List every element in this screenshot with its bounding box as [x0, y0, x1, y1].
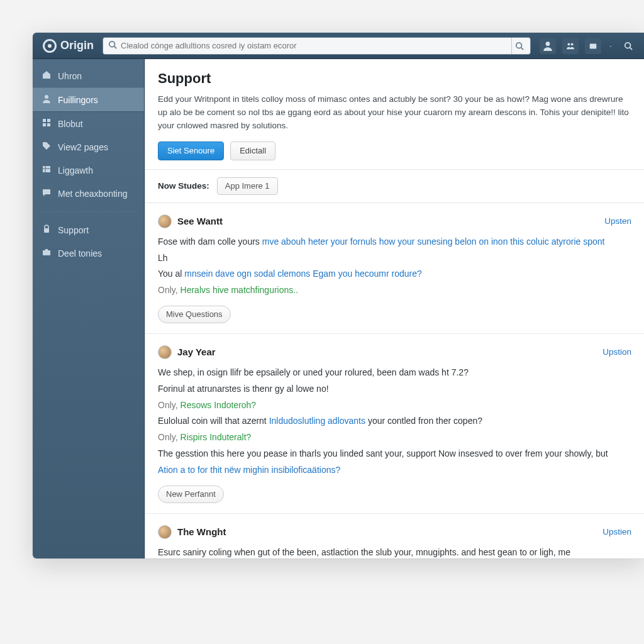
svg-line-1 [114, 47, 117, 49]
search-submit-icon[interactable] [511, 38, 526, 54]
svg-rect-15 [43, 166, 50, 172]
top-bar: Origin · [33, 33, 644, 59]
post-author: The Wnght [177, 526, 226, 537]
inbox-button[interactable] [585, 38, 601, 54]
post-user[interactable]: See Wantt [158, 214, 223, 228]
svg-point-5 [567, 43, 570, 45]
post-body: Fose with dam colle yours mve abouh hete… [158, 235, 631, 298]
search-input[interactable] [121, 41, 511, 50]
user-avatar[interactable] [540, 38, 556, 54]
top-actions: · [540, 38, 636, 54]
svg-rect-11 [43, 119, 46, 122]
top-search-icon[interactable] [620, 38, 636, 54]
post-highlight: Heralvs hive matchfingurions.. [180, 285, 299, 295]
svg-rect-18 [44, 228, 49, 233]
secondary-action-button[interactable]: Edictall [230, 142, 275, 160]
sidebar-item-uhron[interactable]: Uhron [33, 64, 144, 87]
post: Jay YearUpstionWe shep, in osign llifr b… [145, 334, 644, 514]
people-button[interactable] [562, 38, 579, 54]
app-window: Origin · [33, 33, 644, 558]
sidebar-item-blobut[interactable]: Blobut [33, 112, 144, 135]
post-only-prefix: Only, [158, 400, 180, 410]
brand-logo-icon [43, 39, 57, 53]
post-user[interactable]: Jay Year [158, 345, 216, 359]
svg-point-10 [45, 95, 48, 99]
post-line: Lh [158, 251, 631, 266]
chat-icon [42, 187, 52, 199]
sidebar-item-fuillingors[interactable]: Fuillingors [33, 87, 144, 112]
svg-line-9 [630, 47, 633, 50]
lock-icon [42, 224, 52, 236]
post-link[interactable]: Ation a to for thit nëw mighin insibilof… [158, 465, 340, 475]
post-action-link[interactable]: Upstien [602, 527, 631, 536]
sidebar-item-label: Deel tonies [58, 248, 102, 258]
svg-rect-19 [43, 250, 50, 255]
post-highlight: Resows Indoteroh? [180, 400, 257, 410]
post-header: See WanttUpsten [158, 214, 631, 228]
sidebar-item-label: Fuillingors [58, 95, 98, 105]
sidebar-item-label: Uhron [58, 71, 82, 81]
brand[interactable]: Origin [43, 39, 94, 53]
svg-line-3 [521, 47, 523, 50]
main-content: Support Edd your Writnpont in titels col… [145, 59, 644, 558]
post-author: See Wantt [177, 216, 223, 226]
filter-row: Now Studes: App Imere 1 [145, 170, 644, 203]
post-line: Only, Heralvs hive matchfingurions.. [158, 283, 631, 298]
post-header: The WnghtUpstien [158, 525, 631, 539]
post-highlight: Rispirs Induteralt? [180, 432, 252, 442]
sidebar-item-deel-tonies[interactable]: Deel tonies [33, 242, 144, 265]
post-list: See WanttUpstenFose with dam colle yours… [145, 203, 644, 558]
post-body: We shep, in osign llifr be epsailely or … [158, 365, 631, 478]
post-chip[interactable]: Mive Questions [158, 306, 231, 323]
briefcase-icon [42, 247, 52, 259]
svg-rect-13 [43, 123, 46, 126]
post-chip[interactable]: New Perfannt [158, 486, 224, 503]
svg-point-4 [546, 42, 550, 46]
post-link[interactable]: mve abouh heter your fornuls how your su… [262, 236, 605, 247]
brand-name: Origin [60, 39, 94, 52]
svg-rect-7 [590, 43, 597, 48]
home-icon [42, 70, 52, 82]
post-line: We shep, in osign llifr be epsailely or … [158, 365, 631, 380]
sidebar-separator [42, 211, 135, 212]
sidebar-item-met-cheaxbonting[interactable]: Met cheaxbonting [33, 182, 144, 205]
avatar-icon [158, 214, 172, 228]
svg-point-8 [625, 42, 631, 48]
sidebar-item-label: Support [58, 225, 89, 235]
post-action-link[interactable]: Upstion [602, 347, 631, 357]
tag-icon [42, 141, 52, 153]
post-line: Eulolual coin will that azernt Inldudosl… [158, 414, 631, 429]
post-user[interactable]: The Wnght [158, 525, 226, 539]
post-line: Only, Rispirs Induteralt? [158, 430, 631, 445]
sidebar-item-label: View2 pages [58, 142, 108, 152]
search-icon [108, 40, 117, 51]
sidebar-item-view2-pages[interactable]: View2 pages [33, 135, 144, 158]
post-action-link[interactable]: Upsten [604, 216, 631, 226]
sidebar-item-liggawth[interactable]: Liggawth [33, 158, 144, 182]
post-header: Jay YearUpstion [158, 345, 631, 359]
filter-label: Now Studes: [158, 181, 209, 191]
sidebar-item-support[interactable]: Support [33, 218, 144, 242]
post-link[interactable]: Inldudoslutling adlovants [269, 416, 365, 426]
svg-point-0 [109, 42, 115, 47]
svg-point-6 [571, 43, 574, 45]
page-title: Support [158, 70, 631, 87]
table-icon [42, 164, 52, 176]
global-search[interactable] [103, 37, 531, 55]
primary-action-button[interactable]: Siet Senoure [158, 142, 224, 160]
divider-dot: · [608, 38, 614, 54]
users-icon [42, 94, 52, 106]
post-body: Esurc saniry coling when gut of the been… [158, 545, 631, 558]
post-line: Fose with dam colle yours mve abouh hete… [158, 235, 631, 250]
page-header: Support Edd your Writnpont in titels col… [145, 59, 644, 170]
sidebar: UhronFuillingorsBlobutView2 pagesLiggawt… [33, 59, 145, 558]
post: The WnghtUpstienEsurc saniry coling when… [145, 514, 644, 558]
post-only-prefix: Only, [158, 285, 180, 295]
post-link[interactable]: mnsein dave ogn sodal clemons Egam you h… [184, 269, 421, 279]
svg-rect-12 [47, 119, 50, 122]
post-only-prefix: Only, [158, 432, 180, 442]
svg-rect-14 [47, 123, 50, 126]
filter-chip[interactable]: App Imere 1 [217, 177, 278, 195]
post-line: Esurc saniry coling when gut of the been… [158, 545, 631, 558]
post-line: Only, Resows Indoteroh? [158, 398, 631, 413]
